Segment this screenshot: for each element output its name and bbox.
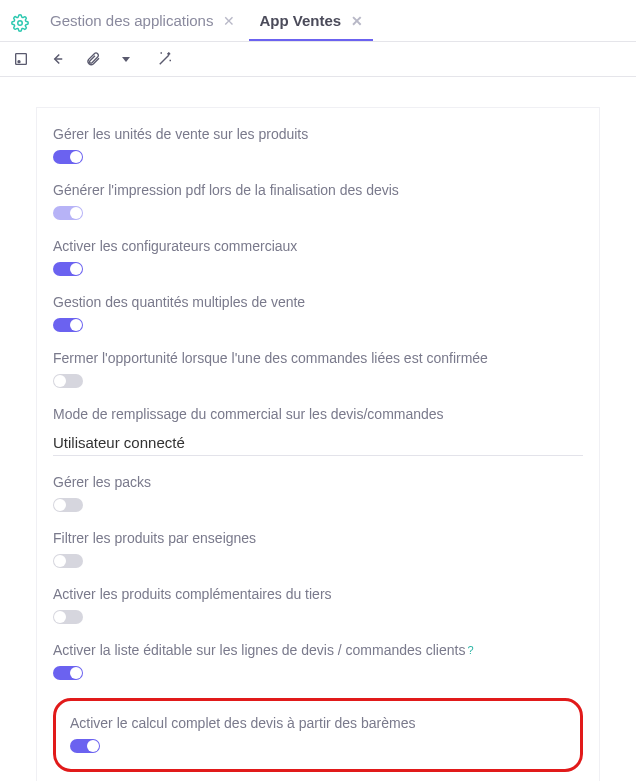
- salesperson-mode-select[interactable]: Utilisateur connecté: [53, 430, 583, 456]
- setting-manage-units: Gérer les unités de vente sur les produi…: [53, 126, 583, 164]
- setting-configurators: Activer les configurateurs commerciaux: [53, 238, 583, 276]
- toggle-pdf-quote[interactable]: [53, 206, 83, 220]
- setting-label: Générer l'impression pdf lors de la fina…: [53, 182, 583, 198]
- tab-app-sales[interactable]: App Ventes ✕: [249, 4, 373, 41]
- setting-label: Activer les produits complémentaires du …: [53, 586, 583, 602]
- toggle-configurators[interactable]: [53, 262, 83, 276]
- attachment-icon[interactable]: [84, 50, 102, 68]
- magic-wand-icon[interactable]: [156, 50, 174, 68]
- setting-full-calc: Activer le calcul complet des devis à pa…: [70, 715, 566, 753]
- setting-label-text: Activer la liste éditable sur les lignes…: [53, 642, 465, 658]
- toggle-manage-units[interactable]: [53, 150, 83, 164]
- toggle-editable-list[interactable]: [53, 666, 83, 680]
- svg-rect-1: [16, 54, 27, 65]
- setting-complementary-products: Activer les produits complémentaires du …: [53, 586, 583, 624]
- toggle-close-opportunity[interactable]: [53, 374, 83, 388]
- toggle-complementary-products[interactable]: [53, 610, 83, 624]
- svg-point-0: [18, 20, 23, 25]
- save-icon[interactable]: [12, 50, 30, 68]
- toggle-filter-brands[interactable]: [53, 554, 83, 568]
- dropdown-caret-icon[interactable]: [120, 50, 138, 68]
- back-arrow-icon[interactable]: [48, 50, 66, 68]
- setting-label: Activer la liste éditable sur les lignes…: [53, 642, 583, 658]
- setting-label: Activer les configurateurs commerciaux: [53, 238, 583, 254]
- toggle-full-calc[interactable]: [70, 739, 100, 753]
- setting-close-opportunity: Fermer l'opportunité lorsque l'une des c…: [53, 350, 583, 388]
- highlight-annotation: Activer le calcul complet des devis à pa…: [53, 698, 583, 772]
- setting-label: Filtrer les produits par enseignes: [53, 530, 583, 546]
- setting-label: Gérer les unités de vente sur les produi…: [53, 126, 583, 142]
- toggle-packs[interactable]: [53, 498, 83, 512]
- tab-label: Gestion des applications: [50, 12, 213, 29]
- settings-panel: Gérer les unités de vente sur les produi…: [36, 107, 600, 781]
- setting-multi-qty: Gestion des quantités multiples de vente: [53, 294, 583, 332]
- setting-packs: Gérer les packs: [53, 474, 583, 512]
- setting-pdf-quote: Générer l'impression pdf lors de la fina…: [53, 182, 583, 220]
- setting-salesperson-mode: Mode de remplissage du commercial sur le…: [53, 406, 583, 456]
- setting-label: Gérer les packs: [53, 474, 583, 490]
- toolbar: [0, 42, 636, 77]
- setting-label: Fermer l'opportunité lorsque l'une des c…: [53, 350, 583, 366]
- tab-app-management[interactable]: Gestion des applications ✕: [40, 4, 245, 41]
- close-icon[interactable]: ✕: [223, 14, 235, 28]
- close-icon[interactable]: ✕: [351, 14, 363, 28]
- setting-label: Gestion des quantités multiples de vente: [53, 294, 583, 310]
- tabs-bar: Gestion des applications ✕ App Ventes ✕: [0, 0, 636, 42]
- tab-label: App Ventes: [259, 12, 341, 29]
- setting-editable-list: Activer la liste éditable sur les lignes…: [53, 642, 583, 680]
- help-icon[interactable]: ?: [467, 644, 473, 656]
- toggle-multi-qty[interactable]: [53, 318, 83, 332]
- setting-filter-brands: Filtrer les produits par enseignes: [53, 530, 583, 568]
- setting-label: Mode de remplissage du commercial sur le…: [53, 406, 583, 422]
- setting-label: Activer le calcul complet des devis à pa…: [70, 715, 566, 731]
- gear-icon: [10, 13, 30, 33]
- svg-point-2: [18, 61, 20, 63]
